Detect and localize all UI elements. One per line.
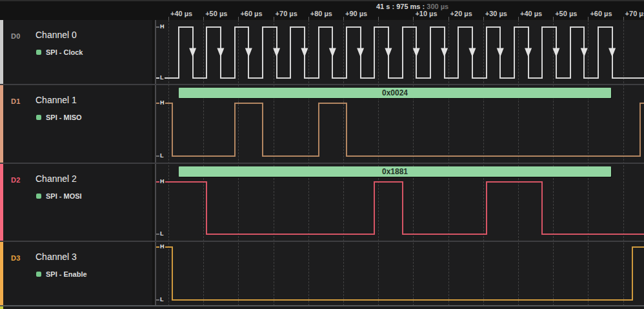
high-level-label: H bbox=[159, 100, 165, 106]
channel-name: Channel 0 bbox=[35, 30, 77, 40]
analyzer-tag[interactable]: SPI - MISO bbox=[36, 114, 82, 121]
channel-name: Channel 3 bbox=[35, 252, 77, 262]
timeline-absolute-time: 41 s : 975 ms : 300 µs bbox=[376, 3, 448, 10]
channel-color-stripe bbox=[0, 164, 3, 241]
timeline-tick-label: +40 µs bbox=[520, 10, 542, 17]
row-divider bbox=[0, 241, 644, 242]
waveform-row-channel-3[interactable]: HL bbox=[156, 242, 644, 305]
timeline-tick-label: +50 µs bbox=[205, 10, 227, 17]
channel-header-2[interactable]: D2Channel 2SPI - MOSI bbox=[0, 164, 152, 241]
digital-waveform bbox=[156, 182, 644, 234]
timeline-tick-label: +50 µs bbox=[555, 10, 577, 17]
digital-waveform bbox=[156, 103, 644, 156]
low-level-label: L bbox=[159, 231, 165, 237]
analyzer-label: SPI - Clock bbox=[46, 48, 83, 56]
timeline-tick-label: +70 µs bbox=[276, 10, 297, 17]
high-level-label: H bbox=[159, 24, 165, 30]
timeline-bar: 41 s : 975 ms : 300 µs +40 µs+50 µs+60 µ… bbox=[0, 0, 644, 20]
channel-name: Channel 2 bbox=[35, 174, 77, 184]
waveform-svg-channel-0 bbox=[156, 20, 644, 84]
logic-analyzer-window: 41 s : 975 ms : 300 µs +40 µs+50 µs+60 µ… bbox=[0, 0, 644, 309]
channel-header-1[interactable]: D1Channel 1SPI - MISO bbox=[0, 85, 152, 163]
low-level-label: L bbox=[159, 75, 165, 81]
channel-name: Channel 1 bbox=[35, 95, 77, 105]
digital-waveform bbox=[156, 247, 644, 300]
channel-id-label: D2 bbox=[11, 176, 21, 184]
partial-channel-color-stripe bbox=[0, 306, 3, 309]
channel-color-stripe bbox=[0, 20, 3, 84]
timeline-ruler[interactable]: 41 s : 975 ms : 300 µs +40 µs+50 µs+60 µ… bbox=[155, 1, 644, 21]
channel-id-label: D1 bbox=[11, 97, 21, 105]
analyzer-dot-icon bbox=[36, 50, 41, 55]
decoded-value-bubble[interactable]: 0x0024 bbox=[179, 88, 611, 98]
channel-header-0[interactable]: D0Channel 0SPI - Clock bbox=[0, 20, 152, 84]
timeline-tick-label: +80 µs bbox=[310, 10, 332, 17]
timeline-tick-label: +40 µs bbox=[170, 10, 192, 17]
analyzer-dot-icon bbox=[36, 194, 41, 199]
waveform-row-channel-1[interactable]: 0x0024HL bbox=[156, 85, 644, 163]
level-tick-marks bbox=[156, 27, 160, 78]
timeline-tick-label: +30 µs bbox=[485, 10, 507, 17]
decoded-value-bubble[interactable]: 0x1881 bbox=[179, 166, 611, 177]
timeline-tick-label: +60 µs bbox=[590, 10, 612, 17]
waveform-row-channel-0[interactable]: HL bbox=[156, 20, 644, 84]
level-tick-marks bbox=[156, 182, 160, 234]
plot-area[interactable]: HL0x0024HL0x1881HLHL bbox=[155, 20, 644, 309]
analyzer-dot-icon bbox=[36, 272, 41, 277]
channel-color-stripe bbox=[0, 85, 3, 163]
low-level-label: L bbox=[159, 297, 165, 303]
partial-channel-row bbox=[0, 306, 644, 309]
digital-waveform bbox=[156, 27, 644, 78]
low-level-label: L bbox=[159, 153, 165, 159]
level-tick-marks bbox=[156, 103, 160, 156]
channel-color-stripe bbox=[0, 242, 3, 305]
level-tick-marks bbox=[156, 247, 160, 300]
analyzer-label: SPI - Enable bbox=[46, 270, 87, 278]
timeline-tick-label: +70 µs bbox=[625, 10, 644, 17]
channel-header-3[interactable]: D3Channel 3SPI - Enable bbox=[0, 242, 152, 305]
analyzer-tag[interactable]: SPI - Clock bbox=[36, 48, 83, 56]
timeline-tick-label: +90 µs bbox=[345, 10, 367, 17]
analyzer-tag[interactable]: SPI - MOSI bbox=[36, 192, 82, 200]
analyzer-dot-icon bbox=[36, 115, 41, 120]
waveform-row-channel-2[interactable]: 0x1881HL bbox=[156, 164, 644, 241]
row-divider bbox=[0, 163, 644, 164]
timeline-tick-label: +10 µs bbox=[415, 10, 437, 17]
high-level-label: H bbox=[159, 179, 165, 184]
analyzer-label: SPI - MOSI bbox=[46, 192, 82, 200]
analyzer-label: SPI - MISO bbox=[46, 114, 82, 121]
high-level-label: H bbox=[159, 244, 165, 250]
channel-id-label: D0 bbox=[11, 32, 21, 40]
row-divider bbox=[0, 84, 644, 85]
waveform-svg-channel-3 bbox=[156, 242, 644, 305]
timeline-tick-label: +60 µs bbox=[240, 10, 262, 17]
timeline-tick-label: +20 µs bbox=[450, 10, 472, 17]
channel-id-label: D3 bbox=[11, 254, 21, 262]
analyzer-tag[interactable]: SPI - Enable bbox=[36, 270, 87, 278]
